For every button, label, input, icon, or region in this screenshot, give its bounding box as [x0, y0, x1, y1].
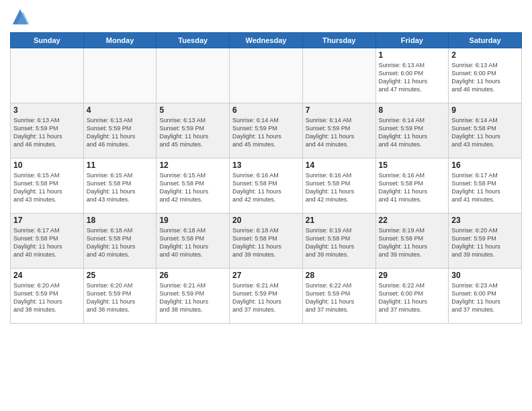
cell-info: Sunrise: 6:19 AM Sunset: 5:58 PM Dayligh… [306, 226, 373, 259]
day-number: 15 [379, 161, 446, 170]
cell-info: Sunrise: 6:18 AM Sunset: 5:58 PM Dayligh… [232, 226, 300, 259]
day-number: 25 [87, 271, 154, 280]
day-number: 8 [379, 105, 446, 115]
day-number: 30 [451, 271, 519, 280]
cal-cell: 8Sunrise: 6:14 AM Sunset: 5:59 PM Daylig… [375, 103, 449, 158]
cell-info: Sunrise: 6:16 AM Sunset: 5:58 PM Dayligh… [379, 171, 446, 204]
day-number: 27 [232, 271, 300, 280]
cell-info: Sunrise: 6:21 AM Sunset: 5:59 PM Dayligh… [232, 281, 300, 314]
cell-info: Sunrise: 6:22 AM Sunset: 6:00 PM Dayligh… [379, 281, 446, 314]
cal-cell: 20Sunrise: 6:18 AM Sunset: 5:58 PM Dayli… [230, 214, 303, 269]
cal-cell: 28Sunrise: 6:22 AM Sunset: 5:59 PM Dayli… [302, 269, 375, 324]
day-header-row: SundayMondayTuesdayWednesdayThursdayFrid… [11, 33, 522, 48]
day-number: 29 [379, 271, 446, 280]
cell-info: Sunrise: 6:15 AM Sunset: 5:58 PM Dayligh… [159, 171, 226, 204]
day-header-monday: Monday [83, 33, 157, 48]
cell-info: Sunrise: 6:18 AM Sunset: 5:58 PM Dayligh… [87, 226, 154, 259]
calendar: SundayMondayTuesdayWednesdayThursdayFrid… [10, 32, 522, 324]
day-number: 24 [13, 271, 81, 280]
week-row-4: 24Sunrise: 6:20 AM Sunset: 5:59 PM Dayli… [11, 269, 522, 324]
cal-cell: 21Sunrise: 6:19 AM Sunset: 5:58 PM Dayli… [302, 214, 375, 269]
day-number: 4 [87, 105, 154, 115]
day-number: 12 [159, 161, 226, 170]
cal-cell: 2Sunrise: 6:13 AM Sunset: 6:00 PM Daylig… [449, 48, 522, 103]
day-number: 14 [306, 161, 373, 170]
logo [10, 7, 33, 27]
cal-cell: 3Sunrise: 6:13 AM Sunset: 5:59 PM Daylig… [11, 103, 84, 158]
cell-info: Sunrise: 6:19 AM Sunset: 5:58 PM Dayligh… [379, 226, 446, 259]
day-number: 20 [232, 216, 300, 225]
cal-cell [83, 48, 157, 103]
day-number: 5 [159, 105, 226, 115]
day-header-sunday: Sunday [11, 33, 84, 48]
cell-info: Sunrise: 6:17 AM Sunset: 5:58 PM Dayligh… [451, 171, 519, 204]
cell-info: Sunrise: 6:14 AM Sunset: 5:59 PM Dayligh… [306, 116, 373, 149]
cal-cell [11, 48, 84, 103]
cal-cell: 22Sunrise: 6:19 AM Sunset: 5:58 PM Dayli… [375, 214, 449, 269]
cal-cell: 9Sunrise: 6:14 AM Sunset: 5:58 PM Daylig… [449, 103, 522, 158]
cell-info: Sunrise: 6:14 AM Sunset: 5:58 PM Dayligh… [451, 116, 519, 149]
cell-info: Sunrise: 6:13 AM Sunset: 5:59 PM Dayligh… [87, 116, 154, 149]
day-number: 19 [159, 216, 226, 225]
cell-info: Sunrise: 6:20 AM Sunset: 5:59 PM Dayligh… [451, 226, 519, 259]
day-number: 9 [451, 105, 519, 115]
day-number: 26 [159, 271, 226, 280]
day-number: 16 [451, 161, 519, 170]
cal-cell: 12Sunrise: 6:15 AM Sunset: 5:58 PM Dayli… [157, 158, 230, 214]
cal-cell [230, 48, 303, 103]
cal-cell: 24Sunrise: 6:20 AM Sunset: 5:59 PM Dayli… [11, 269, 84, 324]
cal-cell: 29Sunrise: 6:22 AM Sunset: 6:00 PM Dayli… [375, 269, 449, 324]
cal-cell: 17Sunrise: 6:17 AM Sunset: 5:58 PM Dayli… [11, 214, 84, 269]
day-number: 10 [13, 161, 81, 170]
cell-info: Sunrise: 6:18 AM Sunset: 5:58 PM Dayligh… [159, 226, 226, 259]
cell-info: Sunrise: 6:23 AM Sunset: 6:00 PM Dayligh… [451, 281, 519, 314]
cal-cell: 1Sunrise: 6:13 AM Sunset: 6:00 PM Daylig… [375, 48, 449, 103]
cell-info: Sunrise: 6:16 AM Sunset: 5:58 PM Dayligh… [232, 171, 300, 204]
day-number: 7 [306, 105, 373, 115]
cell-info: Sunrise: 6:13 AM Sunset: 6:00 PM Dayligh… [451, 61, 519, 94]
cal-cell: 30Sunrise: 6:23 AM Sunset: 6:00 PM Dayli… [449, 269, 522, 324]
week-row-0: 1Sunrise: 6:13 AM Sunset: 6:00 PM Daylig… [11, 48, 522, 103]
cell-info: Sunrise: 6:15 AM Sunset: 5:58 PM Dayligh… [87, 171, 154, 204]
day-number: 3 [13, 105, 81, 115]
cal-cell: 18Sunrise: 6:18 AM Sunset: 5:58 PM Dayli… [83, 214, 157, 269]
cell-info: Sunrise: 6:13 AM Sunset: 5:59 PM Dayligh… [159, 116, 226, 149]
cell-info: Sunrise: 6:14 AM Sunset: 5:59 PM Dayligh… [379, 116, 446, 149]
cell-info: Sunrise: 6:21 AM Sunset: 5:59 PM Dayligh… [159, 281, 226, 314]
cell-info: Sunrise: 6:15 AM Sunset: 5:58 PM Dayligh… [13, 171, 81, 204]
week-row-3: 17Sunrise: 6:17 AM Sunset: 5:58 PM Dayli… [11, 214, 522, 269]
cal-cell: 4Sunrise: 6:13 AM Sunset: 5:59 PM Daylig… [83, 103, 157, 158]
day-header-saturday: Saturday [449, 33, 522, 48]
cal-cell: 25Sunrise: 6:20 AM Sunset: 5:59 PM Dayli… [83, 269, 157, 324]
cell-info: Sunrise: 6:16 AM Sunset: 5:58 PM Dayligh… [306, 171, 373, 204]
cal-cell: 23Sunrise: 6:20 AM Sunset: 5:59 PM Dayli… [449, 214, 522, 269]
cell-info: Sunrise: 6:14 AM Sunset: 5:59 PM Dayligh… [232, 116, 300, 149]
cal-cell: 27Sunrise: 6:21 AM Sunset: 5:59 PM Dayli… [230, 269, 303, 324]
cal-cell [302, 48, 375, 103]
day-number: 2 [451, 50, 519, 60]
cal-cell: 7Sunrise: 6:14 AM Sunset: 5:59 PM Daylig… [302, 103, 375, 158]
day-number: 18 [87, 216, 154, 225]
cal-cell: 6Sunrise: 6:14 AM Sunset: 5:59 PM Daylig… [230, 103, 303, 158]
header [10, 7, 522, 27]
day-number: 23 [451, 216, 519, 225]
cell-info: Sunrise: 6:13 AM Sunset: 6:00 PM Dayligh… [379, 61, 446, 94]
cal-cell: 11Sunrise: 6:15 AM Sunset: 5:58 PM Dayli… [83, 158, 157, 214]
day-header-wednesday: Wednesday [230, 33, 303, 48]
day-number: 17 [13, 216, 81, 225]
cal-cell: 19Sunrise: 6:18 AM Sunset: 5:58 PM Dayli… [157, 214, 230, 269]
cal-cell: 15Sunrise: 6:16 AM Sunset: 5:58 PM Dayli… [375, 158, 449, 214]
day-header-tuesday: Tuesday [157, 33, 230, 48]
cell-info: Sunrise: 6:22 AM Sunset: 5:59 PM Dayligh… [306, 281, 373, 314]
day-number: 28 [306, 271, 373, 280]
cell-info: Sunrise: 6:17 AM Sunset: 5:58 PM Dayligh… [13, 226, 81, 259]
cal-cell: 13Sunrise: 6:16 AM Sunset: 5:58 PM Dayli… [230, 158, 303, 214]
cal-cell: 5Sunrise: 6:13 AM Sunset: 5:59 PM Daylig… [157, 103, 230, 158]
cell-info: Sunrise: 6:20 AM Sunset: 5:59 PM Dayligh… [13, 281, 81, 314]
logo-icon [10, 7, 30, 27]
day-number: 6 [232, 105, 300, 115]
day-number: 21 [306, 216, 373, 225]
day-header-thursday: Thursday [302, 33, 375, 48]
week-row-1: 3Sunrise: 6:13 AM Sunset: 5:59 PM Daylig… [11, 103, 522, 158]
cal-cell: 16Sunrise: 6:17 AM Sunset: 5:58 PM Dayli… [449, 158, 522, 214]
